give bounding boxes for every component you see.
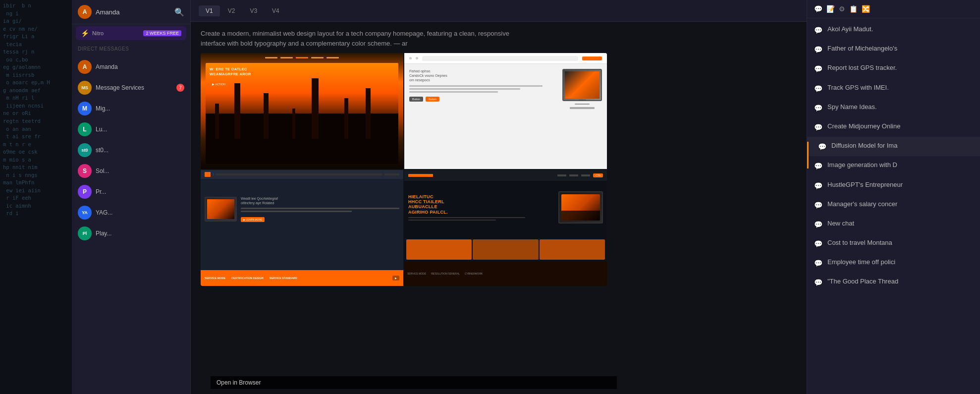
right-panel-list: 💬 Akol Ayii Madut. 💬 Father of Michelang… <box>807 18 980 394</box>
main-header: V1 V2 V3 V4 <box>191 0 807 22</box>
sidebar-item-st0[interactable]: st0 st0... <box>72 140 190 161</box>
avatar-pr: P <box>78 185 92 199</box>
sidebar-item-amanda[interactable]: A Amanda <box>72 56 190 77</box>
right-item-label: Manager's salary concer <box>827 200 973 209</box>
chat-icon: 💬 <box>814 162 822 170</box>
right-item-manager-salary[interactable]: 💬 Manager's salary concer <box>807 195 980 215</box>
chat-icon: 💬 <box>814 220 822 229</box>
sidebar-user: A Amanda <box>78 5 119 19</box>
sidebar-item-label: Amanda <box>96 63 184 70</box>
right-item-akol[interactable]: 💬 Akol Ayii Madut. <box>807 20 980 40</box>
user-avatar: A <box>78 5 92 19</box>
right-item-hustlegpt[interactable]: 💬 HustleGPT's Entrepreneur <box>807 176 980 195</box>
sidebar-item-label: Play... <box>96 230 184 237</box>
chat-list: A Amanda MS Message Services 7 M Mig... … <box>72 54 190 394</box>
avatar-amanda: A <box>78 60 92 74</box>
panel-icon5: 🔀 <box>862 5 870 13</box>
sidebar-item-label: Mig... <box>96 105 184 112</box>
chat-icon: 💬 <box>814 26 822 35</box>
chat-icon: 💬 <box>814 181 822 190</box>
open-in-browser-bar[interactable]: Open in Browser <box>211 376 617 389</box>
nitro-weeks-badge: 2 WEEKS FREE <box>143 30 181 36</box>
avatar-st0: st0 <box>78 143 92 157</box>
image-grid-container: W: ere te OatlecWeamagrfre aror ▶ ACTION <box>201 53 797 389</box>
right-item-michelangelo[interactable]: 💬 Father of Michelangelo's <box>807 40 980 59</box>
mockup-4: CTA HIELAITUCHHCC TIAILERLAUBUACLLEAGIRI… <box>404 170 607 286</box>
avatar-yag: YA <box>78 206 92 220</box>
sidebar-item-pr[interactable]: P Pr... <box>72 181 190 202</box>
nitro-label: Nitro <box>92 30 104 36</box>
version-tab-v4[interactable]: V4 <box>265 5 286 16</box>
code-text: ibir b n ng i ia gi/ e cv nm ne/ frigr L… <box>3 2 69 218</box>
right-item-montana[interactable]: 💬 Cost to travel Montana <box>807 234 980 253</box>
right-item-label: Employee time off polici <box>827 258 973 267</box>
chat-icon: 💬 <box>814 64 822 73</box>
version-tabs: V1 V2 V3 V4 <box>199 5 286 16</box>
avatar-mig: M <box>78 102 92 115</box>
version-tab-v1[interactable]: V1 <box>199 5 220 16</box>
right-panel: 💬 📝 ⚙ 📋 🔀 💬 Akol Ayii Madut. 💬 Father of… <box>807 0 980 394</box>
right-item-label: Diffusion Model for Ima <box>831 142 973 150</box>
avatar-play: Pl <box>78 226 92 240</box>
right-item-good-place[interactable]: 💬 "The Good Place Thread <box>807 273 980 292</box>
sidebar-item-label: Lu... <box>96 126 184 133</box>
right-item-label: Image generation with D <box>827 161 973 169</box>
sidebar-header: A Amanda 🔍 <box>72 0 190 24</box>
panel-icon3: ⚙ <box>839 5 845 13</box>
right-item-gps-tracker[interactable]: 💬 Report lost GPS tracker. <box>807 59 980 78</box>
sidebar-item-message-services[interactable]: MS Message Services 7 <box>72 77 190 98</box>
prompt-text: Create a modern, minimalist web design l… <box>191 22 528 53</box>
right-item-gps-imei[interactable]: 💬 Track GPS with IMEI. <box>807 79 980 98</box>
open-browser-label: Open in Browser <box>217 379 261 386</box>
sidebar-item-lu[interactable]: L Lu... <box>72 119 190 140</box>
badge-count: 7 <box>176 84 184 92</box>
nitro-icon: ⚡ <box>81 29 89 37</box>
sidebar-item-play[interactable]: Pl Play... <box>72 223 190 244</box>
right-item-label: Cost to travel Montana <box>827 239 973 247</box>
user-name: Amanda <box>96 8 119 16</box>
right-item-spy-names[interactable]: 💬 Spy Name Ideas. <box>807 98 980 117</box>
right-item-image-gen[interactable]: 💬 Image generation with D <box>807 156 980 175</box>
chat-icon: 💬 <box>814 45 822 54</box>
sidebar-item-yag[interactable]: YA YAG... <box>72 202 190 223</box>
sidebar-item-sol[interactable]: S Sol... <box>72 161 190 181</box>
version-tab-v2[interactable]: V2 <box>221 5 242 16</box>
chat-icon: 💬 <box>814 123 822 132</box>
right-item-label: Father of Michelangelo's <box>827 45 973 53</box>
chat-icon: 💬 <box>814 104 822 113</box>
version-tab-v3[interactable]: V3 <box>243 5 264 16</box>
mockup-3: Weatll lee Qocrtektegrafoltlncfery aye R… <box>201 170 403 286</box>
chat-icon: 💬 <box>814 278 822 287</box>
nitro-banner[interactable]: ⚡ Nitro 2 WEEKS FREE <box>76 26 186 40</box>
sidebar-item-label: Sol... <box>96 168 184 174</box>
panel-icon2: 📝 <box>826 5 835 13</box>
right-item-label: Report lost GPS tracker. <box>827 64 973 72</box>
right-item-new-chat[interactable]: 💬 New chat <box>807 215 980 234</box>
panel-icon4: 📋 <box>849 5 858 13</box>
chat-icon: 💬 <box>814 84 822 93</box>
avatar-sol: S <box>78 164 92 178</box>
chat-sidebar: A Amanda 🔍 ⚡ Nitro 2 WEEKS FREE DIRECT M… <box>72 0 191 394</box>
right-item-label: New chat <box>827 220 973 228</box>
sidebar-item-label: YAG... <box>96 209 184 216</box>
chat-icon: 💬 <box>814 239 822 248</box>
search-button[interactable]: 🔍 <box>174 7 184 17</box>
right-item-label: HustleGPT's Entrepreneur <box>827 181 973 189</box>
right-item-label: Akol Ayii Madut. <box>827 25 973 34</box>
sidebar-item-mig[interactable]: M Mig... <box>72 98 190 119</box>
right-item-employee-time[interactable]: 💬 Employee time off polici <box>807 253 980 273</box>
right-item-midjourney[interactable]: 💬 Create Midjourney Online <box>807 117 980 137</box>
right-item-label: Create Midjourney Online <box>827 122 973 131</box>
right-item-diffusion[interactable]: 💬 Diffusion Model for Ima <box>807 137 980 156</box>
chat-icon: 💬 <box>818 142 826 151</box>
sidebar-item-label: st0... <box>96 147 184 154</box>
right-item-label: "The Good Place Thread <box>827 278 973 286</box>
avatar-ms: MS <box>78 81 92 95</box>
image-grid: W: ere te OatlecWeamagrfre aror ▶ ACTION <box>201 53 607 286</box>
sidebar-item-label: Pr... <box>96 188 184 195</box>
left-code-panel: ibir b n ng i ia gi/ e cv nm ne/ frigr L… <box>0 0 72 394</box>
right-panel-top: 💬 📝 ⚙ 📋 🔀 <box>807 0 980 18</box>
chat-icon: 💬 <box>814 259 822 268</box>
chat-icon: 💬 <box>814 201 822 210</box>
right-item-label: Track GPS with IMEI. <box>827 84 973 92</box>
